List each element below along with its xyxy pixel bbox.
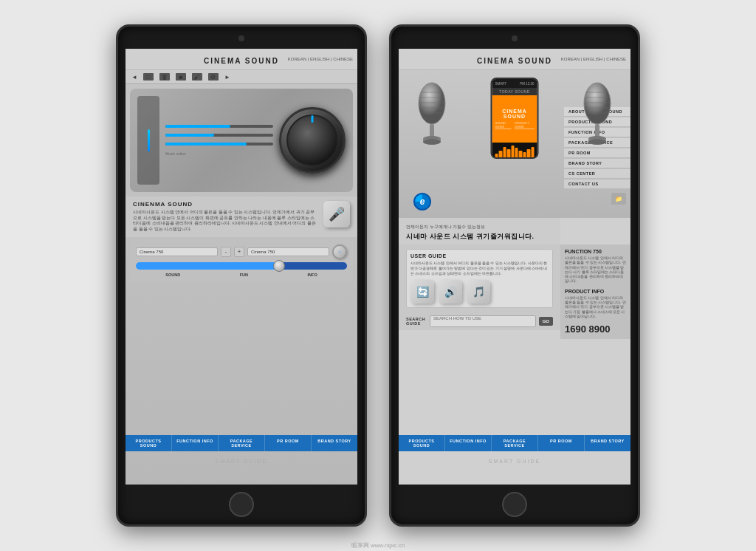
products-row-1: Cinema 750 - + Cinema 750 ○ [136, 244, 347, 259]
cinema-input-2[interactable]: Cinema 750 [247, 247, 329, 256]
phone-link-sound[interactable]: SOUND GUIDE [495, 121, 512, 129]
hero-main-text: 시네마 사운드 시스템 귀기즐거워집니다. [406, 232, 553, 242]
tool-icon-4[interactable]: 🖌 [192, 73, 202, 81]
left-arrow[interactable]: ◄ [131, 74, 137, 81]
mic-right-svg [579, 81, 616, 148]
nav-brand[interactable]: BRAND STORY [564, 159, 630, 168]
phone-screen: SMART PM 12:30 TODAY SOUND CINEMA SOUND … [492, 79, 537, 157]
nav-pr-room[interactable]: PR ROOM [265, 435, 312, 451]
bar-7 [519, 151, 522, 157]
right-header: CINEMA SOUND KOREAN | ENGLISH | CHINESE [399, 49, 630, 70]
slider-3[interactable] [165, 143, 273, 146]
hero-text-area: 언제이든지 누구에게나 가질수 있는정보 시네마 사운드 시스템 귀기즐거워집니… [399, 218, 560, 244]
prod-btn-minus[interactable]: - [221, 247, 231, 257]
bar-2 [499, 151, 502, 157]
eq-panel [137, 96, 159, 185]
left-lang: KOREAN | ENGLISH | CHINESE [288, 57, 353, 61]
user-guide-box: USER GUIDE 시네마사운드 시스템 안에서 어디의 물은을 들을 수 있… [406, 249, 553, 308]
phone-time: PM 12:30 [520, 82, 534, 86]
svg-point-10 [584, 83, 611, 124]
bar-6 [515, 148, 518, 157]
mic-button[interactable]: 🎤 [323, 201, 350, 227]
phone-cinema-text: CINEMA SOUND [495, 109, 535, 119]
label-info: INFO [308, 273, 317, 277]
music-label: Music select [165, 151, 273, 156]
svg-point-19 [588, 139, 606, 145]
nav-contact[interactable]: CONTACT US [564, 179, 630, 189]
user-guide-title: USER GUIDE [410, 253, 549, 259]
rnav-brand-story[interactable]: BRAND STORY [585, 435, 630, 451]
right-title: CINEMA SOUND [477, 57, 552, 65]
phone-smart-label: SMART [495, 82, 507, 86]
audio-panel: Music select [130, 89, 353, 192]
guide-icon-volume[interactable]: 🔊 [439, 280, 462, 304]
tool-icon-5[interactable]: ⚙ [208, 73, 219, 81]
phone-link-product[interactable]: PRODUCT GUIDE [515, 121, 535, 129]
phone-number: 1690 8900 [565, 324, 626, 335]
product-title: PRODUCT INFO [565, 289, 626, 294]
left-header: CINEMA SOUND KOREAN | ENGLISH | CHINESE [126, 49, 357, 70]
eq-bar-1 [148, 129, 150, 151]
ie-logo: e [413, 193, 431, 211]
nav-folder-btn[interactable]: 📁 [564, 190, 630, 208]
knob-indicator [312, 115, 314, 123]
left-bottom-nav: PRODUCTS SOUND FUNCTION INFO PACKAGE SER… [126, 435, 357, 451]
guide-icons: 🔄 🔊 🎵 [410, 280, 549, 304]
section-text: 시네마사운드 시스템 안에서 어디의 물은을 들을 수 있는 시스템입니다. 언… [133, 210, 350, 233]
products-bar: Cinema 750 - + Cinema 750 ○ SOUND FUN IN… [130, 240, 353, 281]
left-title: CINEMA SOUND [204, 57, 279, 65]
guide-icon-music[interactable]: 🎵 [467, 280, 490, 304]
bar-9 [527, 149, 530, 157]
function-text: 시네마사운드 시스템 안에서 어디의 물은을 들을 수 있는 시스템입니다. 언… [565, 256, 626, 284]
user-guide-text: 시네마사운드 시스템 안에서 어디의 물은을 들을 수 있는 시스템입니다. 사… [410, 261, 549, 276]
left-content: USER GUIDE 시네마사운드 시스템 안에서 어디의 물은을 들을 수 있… [399, 244, 560, 339]
bar-4 [507, 149, 510, 157]
bar-8 [523, 152, 526, 157]
mic-right [579, 81, 616, 151]
phone-links: SOUND GUIDE PRODUCT GUIDE [495, 121, 535, 129]
right-smart-guide: SMART GUIDE [399, 459, 630, 464]
prod-btn-plus[interactable]: + [234, 247, 244, 257]
blue-slider[interactable] [136, 262, 347, 270]
left-smart-guide: SMART GUIDE [126, 459, 357, 464]
phone-orange-screen: CINEMA SOUND SOUND GUIDE PRODUCT GUIDE [492, 95, 537, 143]
nav-products-sound[interactable]: PRODUCTS SOUND [126, 435, 172, 451]
nav-brand-story[interactable]: BRAND STORY [312, 435, 357, 451]
guide-icon-refresh[interactable]: 🔄 [410, 280, 434, 304]
phone-today-bar: TODAY SOUND [492, 88, 537, 95]
phone-today-label: TODAY SOUND [499, 89, 530, 94]
tool-icon-1[interactable]: □ [143, 73, 154, 81]
sound-labels: SOUND FUN INFO [136, 273, 347, 277]
main-content: USER GUIDE 시네마사운드 시스템 안에서 어디의 물은을 들을 수 있… [399, 244, 630, 339]
section-title: CINENMA SOUND [133, 201, 350, 208]
product-text: 시네마사운드 시스템 안에서 어디의 물은을 들을 수 있는 시스템입니다. 언… [565, 296, 626, 319]
hero-area: SMART PM 12:30 TODAY SOUND CINEMA SOUND … [399, 70, 630, 218]
nav-package-service[interactable]: PACKAGE SERVICE [219, 435, 265, 451]
tablet-left: CINEMA SOUND KOREAN | ENGLISH | CHINESE … [116, 24, 367, 527]
nav-cs[interactable]: CS CENTER [564, 169, 630, 179]
content-section: 🎤 CINENMA SOUND 시네마사운드 시스템 안에서 어디의 물은을 들… [126, 196, 357, 237]
tool-icon-3[interactable]: ■ [176, 73, 186, 81]
right-arrow[interactable]: ► [224, 74, 230, 81]
round-action-btn[interactable]: ○ [332, 244, 347, 259]
search-go-btn[interactable]: GO [539, 317, 553, 326]
rnav-function-info[interactable]: FUNCTION INFO [445, 435, 492, 451]
left-screen: CINEMA SOUND KOREAN | ENGLISH | CHINESE … [126, 49, 357, 485]
folder-icon: 📁 [611, 193, 626, 205]
mic-icon: 🎤 [329, 206, 345, 222]
volume-knob[interactable] [279, 107, 346, 174]
user-guide-section: USER GUIDE 시네마사운드 시스템 안에서 어디의 물은을 들을 수 있… [399, 244, 560, 312]
cinema-input-1[interactable]: Cinema 750 [136, 247, 218, 256]
rnav-package-service[interactable]: PACKAGE SERVICE [492, 435, 538, 451]
slider-1[interactable] [165, 125, 273, 128]
slider-2[interactable] [165, 134, 273, 137]
mic-left [413, 81, 450, 151]
rnav-products-sound[interactable]: PRODUCTS SOUND [399, 435, 445, 451]
search-input[interactable]: SEARCH HOW TO USE [430, 315, 536, 327]
left-toolbar: ◄ □ 🗑 ■ 🖌 ⚙ ► [126, 70, 357, 84]
bar-5 [511, 146, 514, 157]
nav-function-info[interactable]: FUNCTION INFO [172, 435, 219, 451]
right-screen: CINEMA SOUND KOREAN | ENGLISH | CHINESE [399, 49, 630, 485]
tool-icon-2[interactable]: 🗑 [159, 73, 170, 81]
rnav-pr-room[interactable]: PR ROOM [538, 435, 585, 451]
